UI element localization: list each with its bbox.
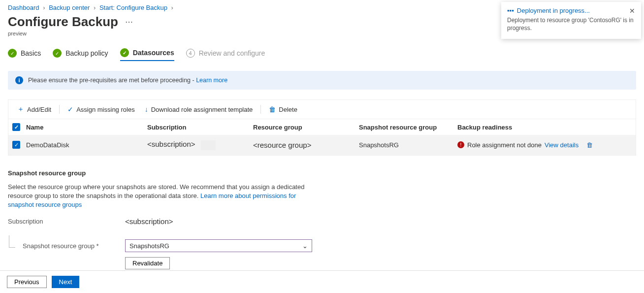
snapshot-rg-label: Snapshot resource group * — [8, 242, 125, 250]
toast-title-link[interactable]: Deployment in progress... — [517, 7, 590, 14]
cell-resource-group: <resource group> — [253, 141, 359, 149]
chevron-down-icon: ⌄ — [302, 242, 308, 250]
next-button[interactable]: Next — [52, 276, 80, 288]
download-template-button[interactable]: ↓ Download role assignment template — [140, 103, 258, 115]
column-subscription: Subscription — [147, 124, 253, 131]
step-basics[interactable]: ✓ Basics — [8, 49, 41, 61]
wizard-steps: ✓ Basics ✓ Backup policy ✓ Datasources 4… — [8, 48, 636, 61]
row-checkbox[interactable]: ✓ — [12, 141, 20, 149]
check-icon: ✓ — [8, 49, 17, 58]
revalidate-button[interactable]: Revalidate — [125, 257, 170, 269]
step-datasources[interactable]: ✓ Datasources — [120, 48, 174, 61]
cell-subscription: <subscription> — [147, 140, 253, 150]
step-backup-policy[interactable]: ✓ Backup policy — [53, 49, 108, 61]
trash-icon[interactable]: 🗑 — [586, 141, 593, 149]
more-icon[interactable]: ⋯ — [125, 17, 133, 27]
step-review: 4 Review and configure — [186, 49, 265, 61]
datasources-grid: ✓ Name Subscription Resource group Snaps… — [8, 119, 636, 156]
assign-roles-button[interactable]: ✓ Assign missing roles — [63, 103, 140, 115]
column-snapshot-rg: Snapshot resource group — [359, 124, 457, 131]
chevron-right-icon: › — [43, 4, 45, 11]
previous-button[interactable]: Previous — [7, 276, 47, 288]
view-details-link[interactable]: View details — [545, 141, 579, 149]
breadcrumb-dashboard[interactable]: Dashboard — [8, 4, 39, 11]
column-readiness: Backup readiness — [457, 124, 632, 131]
subscription-label: Subscription — [8, 218, 125, 225]
snapshot-rg-select[interactable]: SnapshotsRG ⌄ — [125, 239, 312, 252]
table-row[interactable]: ✓ DemoDataDisk <subscription> <resource … — [8, 135, 636, 155]
breadcrumb-backup-center[interactable]: Backup center — [49, 4, 90, 11]
step-number-icon: 4 — [186, 49, 195, 58]
error-icon: ! — [457, 141, 464, 148]
check-icon: ✓ — [53, 49, 62, 58]
info-text: Please ensure the pre-requisites are met… — [28, 77, 196, 84]
toast-body: Deployment to resource group 'ContosoRG'… — [507, 17, 635, 32]
delete-button[interactable]: 🗑 Delete — [264, 103, 302, 115]
wizard-footer: Previous Next — [0, 270, 644, 293]
section-title: Snapshot resource group — [8, 169, 636, 177]
section-description: Select the resource group where your sna… — [8, 183, 308, 210]
progress-icon: ▪▪▪ — [507, 7, 514, 14]
check-icon: ✓ — [67, 105, 73, 113]
datasources-toolbar: ＋ Add/Edit ✓ Assign missing roles ↓ Down… — [8, 99, 636, 119]
check-icon: ✓ — [120, 48, 129, 57]
cell-snapshot-rg: SnapshotsRG — [359, 141, 457, 149]
close-icon[interactable]: ✕ — [629, 7, 635, 15]
add-edit-button[interactable]: ＋ Add/Edit — [12, 103, 56, 116]
breadcrumb-start-configure[interactable]: Start: Configure Backup — [99, 4, 167, 11]
page-title: Configure Backup — [8, 14, 118, 30]
subscription-value: <subscription> — [125, 217, 173, 226]
plus-icon: ＋ — [17, 105, 24, 114]
cell-name: DemoDataDisk — [26, 141, 147, 149]
cell-readiness: ! Role assignment not done View details … — [457, 141, 632, 149]
info-icon: i — [15, 76, 23, 84]
download-icon: ↓ — [145, 105, 148, 113]
select-all-checkbox[interactable]: ✓ — [12, 123, 20, 131]
chevron-right-icon: › — [94, 4, 96, 11]
notification-toast: ▪▪▪ Deployment in progress... ✕ Deployme… — [501, 2, 641, 39]
chevron-right-icon: › — [171, 4, 173, 11]
column-name: Name — [26, 124, 147, 131]
placeholder-box — [201, 140, 216, 150]
info-learn-more-link[interactable]: Learn more — [196, 77, 227, 84]
trash-icon: 🗑 — [269, 105, 276, 113]
column-resource-group: Resource group — [253, 124, 359, 131]
info-banner: i Please ensure the pre-requisites are m… — [8, 71, 636, 90]
